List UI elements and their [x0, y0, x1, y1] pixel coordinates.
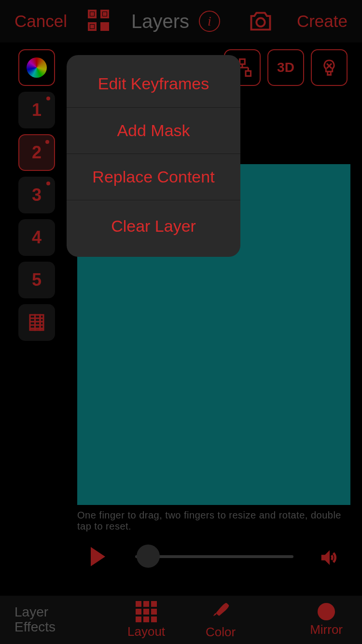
- menu-replace-content[interactable]: Replace Content: [67, 154, 240, 200]
- grid-icon: [136, 601, 157, 622]
- layer-context-menu: Edit Keyframes Add Mask Replace Content …: [67, 55, 240, 257]
- svg-rect-7: [105, 23, 108, 26]
- layer-button-4[interactable]: 4: [18, 219, 55, 256]
- content-dot-icon: [46, 182, 50, 185]
- tab-layout[interactable]: Layout: [127, 601, 165, 639]
- qr-icon[interactable]: [87, 9, 110, 34]
- color-wheel-icon: [27, 57, 47, 78]
- brush-icon: [211, 600, 230, 623]
- layer-button-3[interactable]: 3: [18, 177, 55, 213]
- camera-icon[interactable]: [248, 9, 273, 36]
- svg-rect-9: [105, 27, 108, 30]
- three-d-button[interactable]: 3D: [267, 49, 304, 86]
- top-bar: Cancel Layers i Create: [0, 0, 362, 42]
- info-icon[interactable]: i: [199, 11, 220, 32]
- content-dot-icon: [46, 97, 50, 100]
- menu-edit-keyframes[interactable]: Edit Keyframes: [67, 55, 240, 107]
- top-right-tools: 3D: [224, 49, 348, 86]
- svg-point-10: [256, 18, 265, 27]
- svg-rect-4: [104, 13, 106, 15]
- layer-label: 3: [32, 185, 42, 205]
- layer-label: 1: [32, 100, 42, 120]
- svg-rect-6: [101, 23, 104, 26]
- volume-button[interactable]: [319, 546, 341, 571]
- cancel-button[interactable]: Cancel: [14, 12, 67, 31]
- tab-label: Layout: [127, 624, 165, 639]
- tab-label: Mirror: [310, 622, 343, 637]
- frames-button[interactable]: [18, 304, 55, 341]
- create-button[interactable]: Create: [297, 12, 348, 31]
- layer-button-5[interactable]: 5: [18, 262, 55, 298]
- hint-toggle-button[interactable]: [311, 49, 348, 86]
- svg-rect-5: [91, 26, 93, 28]
- content-dot-icon: [45, 140, 49, 144]
- svg-rect-3: [91, 13, 93, 15]
- layer-label: 2: [32, 142, 42, 163]
- page-title: Layers: [131, 11, 189, 32]
- tab-color[interactable]: Color: [206, 600, 236, 640]
- gesture-hint-text: One finger to drag, two fingers to resiz…: [77, 510, 348, 532]
- layer-button-2[interactable]: 2: [18, 134, 55, 171]
- timeline-thumb[interactable]: [137, 545, 160, 568]
- svg-rect-20: [246, 71, 251, 76]
- face-icon: [318, 603, 335, 620]
- layer-label: 5: [32, 270, 42, 290]
- layer-label: 4: [32, 227, 42, 248]
- bottom-bar: LayerEffects Layout Color Mirror: [0, 596, 362, 644]
- layer-sidebar: 1 2 3 4 5: [18, 49, 56, 347]
- svg-rect-18: [240, 59, 245, 65]
- tab-mirror[interactable]: Mirror: [310, 603, 343, 637]
- menu-clear-layer[interactable]: Clear Layer: [67, 200, 240, 257]
- playback-bar: [0, 535, 362, 578]
- tab-label: Color: [206, 625, 236, 640]
- layer-effects-label[interactable]: LayerEffects: [14, 605, 82, 635]
- layer-button-1[interactable]: 1: [18, 92, 55, 128]
- menu-add-mask[interactable]: Add Mask: [67, 107, 240, 154]
- play-button[interactable]: [91, 547, 105, 566]
- color-wheel-button[interactable]: [18, 49, 55, 86]
- svg-rect-8: [101, 27, 104, 30]
